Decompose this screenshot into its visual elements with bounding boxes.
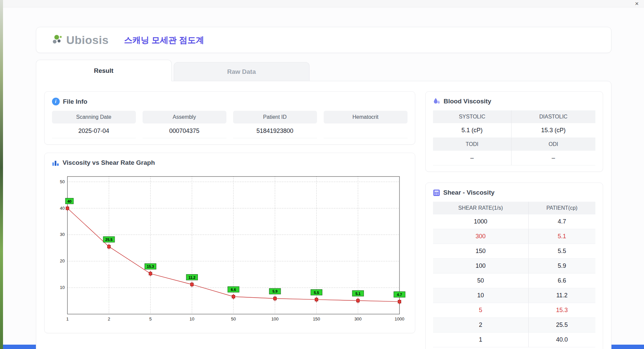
shear-row-150: 1505.5 <box>433 244 595 259</box>
table-grid-icon <box>433 189 440 196</box>
field-value: 000704375 <box>143 123 226 138</box>
svg-text:1: 1 <box>66 316 68 321</box>
bv-header-systolic: SYSTOLIC <box>433 110 512 123</box>
shear-rate-cell: 1 <box>433 333 529 347</box>
blood-viscosity-title-row: Blood Viscosity <box>433 98 595 105</box>
svg-text:4.7: 4.7 <box>397 293 402 297</box>
file-info-field-scanning-date: Scanning Date2025-07-04 <box>52 111 136 138</box>
patient-viscosity-cell: 4.7 <box>529 214 595 229</box>
point-label: 5.9 <box>269 288 280 294</box>
blood-viscosity-card: Blood Viscosity SYSTOLICDIASTOLIC5.1 (cP… <box>425 91 603 172</box>
patient-viscosity-cell: 5.1 <box>529 229 595 244</box>
svg-text:150: 150 <box>313 316 320 321</box>
point-label: 5.1 <box>352 291 364 296</box>
svg-text:10: 10 <box>190 316 194 321</box>
content-panel: i File Info Scanning Date2025-07-04Assem… <box>36 81 611 349</box>
app-window: × Ubiosis 스캐닝 모세관 점도계 ResultRaw Data i <box>3 0 644 345</box>
svg-text:100: 100 <box>271 316 278 321</box>
patient-viscosity-cell: 5.5 <box>529 244 595 259</box>
shear-rate-cell: 5 <box>433 303 529 318</box>
svg-text:5.5: 5.5 <box>314 291 319 295</box>
ubiosis-logo: Ubiosis <box>52 34 109 47</box>
shear-header-row: SHEAR RATE(1/s)PATIENT(cp) <box>433 202 595 214</box>
shear-viscosity-title-row: Shear - Viscosity <box>433 189 595 196</box>
bv-value: 5.1 (cP) <box>433 123 512 138</box>
info-icon: i <box>52 98 60 105</box>
field-label: Patient ID <box>233 111 317 123</box>
shear-column-patient-cp: PATIENT(cp) <box>529 202 595 214</box>
bv-value: – <box>433 151 512 165</box>
bv-header-diastolic: DIASTOLIC <box>512 110 595 123</box>
point-label: 6.6 <box>228 287 239 292</box>
shear-row-5: 515.3 <box>433 303 595 318</box>
point-label: 25.5 <box>103 237 114 242</box>
patient-viscosity-cell: 25.5 <box>529 318 595 333</box>
svg-text:2: 2 <box>108 316 110 321</box>
file-info-card: i File Info Scanning Date2025-07-04Assem… <box>44 91 415 145</box>
right-column: Blood Viscosity SYSTOLICDIASTOLIC5.1 (cP… <box>425 91 603 349</box>
patient-viscosity-cell: 5.9 <box>529 259 595 273</box>
close-icon[interactable]: × <box>635 0 639 7</box>
file-info-field-patient-id: Patient ID51841923800 <box>233 111 317 138</box>
page-title: 스캐닝 모세관 점도계 <box>124 35 204 46</box>
main-area: Ubiosis 스캐닝 모세관 점도계 ResultRaw Data i Fil… <box>36 27 611 349</box>
viscosity-chart: 1020304050125105010015030010004025.515.3… <box>52 172 408 327</box>
point-label: 40 <box>65 198 73 204</box>
point-label: 15.3 <box>145 263 156 269</box>
svg-text:11.2: 11.2 <box>188 276 195 280</box>
shear-row-100: 1005.9 <box>433 259 595 273</box>
shear-viscosity-table: SHEAR RATE(1/s)PATIENT(cp)10004.73005.11… <box>433 202 595 347</box>
svg-text:50: 50 <box>231 316 235 321</box>
bv-header-todi: TODI <box>433 138 512 151</box>
svg-text:10: 10 <box>60 285 64 290</box>
patient-viscosity-cell: 15.3 <box>529 303 595 318</box>
shear-column-shear-rate-1-s: SHEAR RATE(1/s) <box>433 202 529 214</box>
shear-viscosity-card: Shear - Viscosity SHEAR RATE(1/s)PATIENT… <box>425 183 603 349</box>
graph-card: Viscosity vs Shear Rate Graph 1020304050… <box>44 153 415 333</box>
section-title-blood-viscosity: Blood Viscosity <box>444 98 491 105</box>
bv-header-odi: ODI <box>512 138 595 151</box>
shear-rate-cell: 10 <box>433 288 529 303</box>
left-column: i File Info Scanning Date2025-07-04Assem… <box>44 91 415 349</box>
shear-row-50: 506.6 <box>433 273 595 288</box>
desktop-background-left <box>0 0 3 349</box>
bv-value-row: –– <box>433 151 595 165</box>
shear-rate-cell: 2 <box>433 318 529 333</box>
logo-text: Ubiosis <box>66 34 109 47</box>
ubiosis-logo-icon <box>52 34 64 46</box>
bar-chart-icon <box>52 159 59 166</box>
tab-raw-data[interactable]: Raw Data <box>174 62 310 81</box>
field-value: 2025-07-04 <box>52 123 136 138</box>
svg-text:1000: 1000 <box>394 316 404 321</box>
shear-rate-cell: 50 <box>433 273 529 288</box>
shear-rate-cell: 150 <box>433 244 529 259</box>
tab-bar: ResultRaw Data <box>36 60 611 81</box>
file-info-field-assembly: Assembly000704375 <box>143 111 226 138</box>
bv-value: – <box>512 151 595 165</box>
field-value: 51841923800 <box>233 123 317 138</box>
patient-viscosity-cell: 40.0 <box>529 333 595 347</box>
point-label: 4.7 <box>394 292 405 297</box>
svg-text:40: 40 <box>67 199 71 203</box>
svg-text:25.5: 25.5 <box>105 238 112 242</box>
svg-text:300: 300 <box>354 316 362 321</box>
tab-result[interactable]: Result <box>36 60 172 81</box>
svg-text:30: 30 <box>60 232 64 237</box>
shear-rate-cell: 100 <box>433 259 529 273</box>
bv-value: 15.3 (cP) <box>512 123 595 138</box>
svg-text:15.3: 15.3 <box>147 264 154 268</box>
field-value <box>324 123 408 138</box>
shear-row-1: 140.0 <box>433 333 595 347</box>
svg-text:5.9: 5.9 <box>272 289 277 293</box>
svg-text:5.1: 5.1 <box>355 292 360 296</box>
shear-rate-cell: 300 <box>433 229 529 244</box>
shear-row-300: 3005.1 <box>433 229 595 244</box>
patient-viscosity-cell: 11.2 <box>529 288 595 303</box>
section-title-file-info: File Info <box>63 98 88 105</box>
svg-text:5: 5 <box>149 316 151 321</box>
field-label: Scanning Date <box>52 111 136 123</box>
patient-viscosity-cell: 6.6 <box>529 273 595 288</box>
bv-header-row: TODIODI <box>433 138 595 151</box>
window-titlebar: × <box>3 0 644 7</box>
graph-title-row: Viscosity vs Shear Rate Graph <box>52 159 408 166</box>
